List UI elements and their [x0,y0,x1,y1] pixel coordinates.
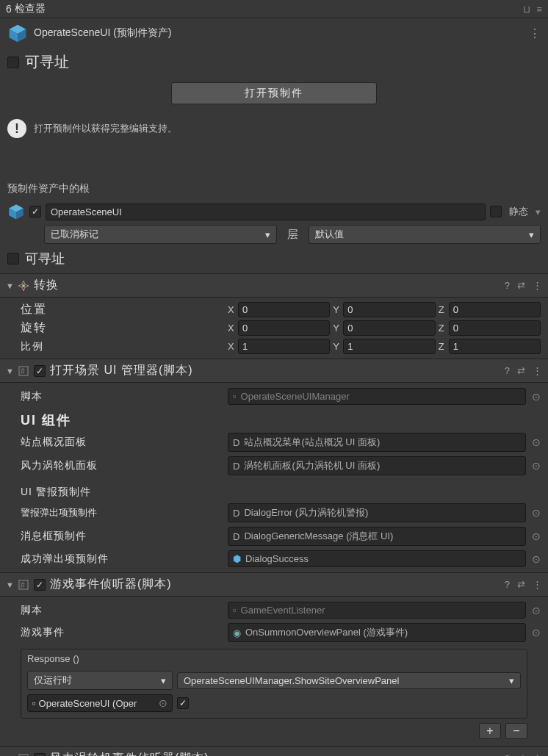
object-picker-icon[interactable]: ⊙ [532,605,541,616]
callback-value: OperateSceneUIManager.ShowSiteOverviewPa… [184,675,399,686]
object-picker-icon[interactable]: ⊙ [532,391,541,403]
z-label: Z [439,341,447,352]
object-picker-icon[interactable]: ⊙ [532,507,541,519]
transform-header[interactable]: ▼ 转换 ? ⇄ ⋮ [0,273,548,298]
help-icon[interactable]: ? [505,753,510,756]
tab-menu-icon[interactable]: ≡ [536,4,542,15]
script-field: ▫GameEventListener [228,602,526,619]
d-prefix: D [233,437,239,448]
remove-response-button[interactable]: − [505,723,527,739]
object-picker-icon[interactable]: ⊙ [159,697,167,709]
rotation-z-input[interactable] [449,320,541,336]
wind-turbine-listener-header[interactable]: ▼ # 风力涡轮机事件侦听器(脚本) ? ⇄ ⋮ [0,746,548,756]
turbine-panel-label: 风力涡轮机面板 [7,459,228,472]
addressable-label: 可寻址 [25,52,69,72]
go-addressable-checkbox[interactable] [7,253,19,264]
lock-icon[interactable]: ⊔ [523,4,530,15]
object-picker-icon[interactable]: ⊙ [532,436,541,448]
go-active-checkbox[interactable] [29,206,41,217]
position-y-input[interactable] [343,302,435,317]
runtime-mode-dropdown[interactable]: 仅运行时▾ [27,671,173,690]
msg-prefab-field[interactable]: DDialogGenericMessage (消息框 UI) [228,527,526,546]
x-label: X [228,323,237,334]
response-list-controls: + − [7,719,541,744]
msg-prefab-value: DialogGenericMessage (消息框 UI) [244,530,393,543]
component-menu-icon[interactable]: ⋮ [533,579,542,590]
chevron-down-icon: ▾ [161,675,166,686]
script-file-icon: ▫ [32,698,36,709]
go-cube-icon [7,203,25,220]
help-icon[interactable]: ? [505,365,510,376]
scene-ui-manager-title: 打开场景 UI 管理器(脚本) [50,363,500,378]
go-name-input[interactable] [46,204,486,220]
response-arg-checkbox[interactable] [177,697,189,709]
add-response-button[interactable]: + [479,723,501,739]
foldout-icon[interactable]: ▼ [6,580,13,589]
object-picker-icon[interactable]: ⊙ [532,530,541,542]
response-heading: Response () [21,649,527,668]
site-panel-field[interactable]: D站点概况菜单(站点概况 UI 面板) [228,433,526,452]
rotation-y-input[interactable] [343,320,435,336]
success-popup-field[interactable]: ⬢DialogSuccess [228,550,526,567]
callback-dropdown[interactable]: OperateSceneUIManager.ShowSiteOverviewPa… [177,672,521,689]
chevron-down-icon: ▾ [265,229,270,240]
script-file-icon: ▫ [233,391,237,402]
static-checkbox[interactable] [490,206,502,217]
preset-icon[interactable]: ⇄ [517,579,525,590]
position-z-input[interactable] [449,302,541,317]
static-dropdown-arrow[interactable]: ▾ [536,206,541,217]
component-menu-icon[interactable]: ⋮ [533,365,542,376]
alert-popup-field[interactable]: DDialogError (风力涡轮机警报) [228,503,526,522]
scale-row: 比例 X Y Z [7,337,541,356]
layer-label: 层 [284,228,301,242]
rotation-label: 旋转 [7,320,228,336]
scale-label: 比例 [7,340,228,353]
layer-dropdown[interactable]: 默认值▾ [309,225,541,244]
foldout-icon[interactable]: ▼ [6,367,13,375]
x-label: X [228,304,237,315]
transform-title: 转换 [34,278,500,293]
object-picker-icon[interactable]: ⊙ [532,460,541,472]
scale-z-input[interactable] [449,339,541,354]
component-enabled-checkbox[interactable] [34,579,46,591]
object-picker-icon[interactable]: ⊙ [532,627,541,638]
component-menu-icon[interactable]: ⋮ [533,753,542,756]
prefab-context-menu-icon[interactable]: ⋮ [529,26,541,40]
scene-ui-manager-body: 脚本 ▫OperateSceneUIManager⊙ UI 组件 站点概况面板 … [0,383,548,572]
script-value: OperateSceneUIManager [241,391,350,402]
response-target-field[interactable]: ▫OperateSceneUI (Oper⊙ [27,694,173,712]
addressable-row: 可寻址 [0,48,548,76]
preset-icon[interactable]: ⇄ [517,365,525,376]
position-x-input[interactable] [238,302,330,317]
rotation-x-input[interactable] [238,320,330,336]
open-prefab-button[interactable]: 打开预制件 [171,82,377,104]
open-prefab-row: 打开预制件 [0,76,548,113]
component-menu-icon[interactable]: ⋮ [533,280,542,291]
scale-y-input[interactable] [343,339,435,354]
preset-icon[interactable]: ⇄ [517,753,525,756]
scale-x-input[interactable] [238,339,330,354]
game-event-field[interactable]: ◉OnSummonOverviewPanel (游戏事件) [228,623,526,642]
object-picker-icon[interactable]: ⊙ [532,553,541,565]
component-enabled-checkbox[interactable] [34,365,46,377]
component-enabled-checkbox[interactable] [34,753,46,757]
turbine-panel-field[interactable]: D涡轮机面板(风力涡轮机 UI 面板) [228,456,526,475]
tag-dropdown[interactable]: 已取消标记▾ [44,225,277,244]
foldout-icon[interactable]: ▼ [6,281,13,290]
ui-components-heading: UI 组件 [7,407,541,431]
help-icon[interactable]: ? [505,579,510,590]
game-event-listener-body: 脚本 ▫GameEventListener⊙ 游戏事件 ◉OnSummonOve… [0,597,548,746]
scene-ui-manager-header[interactable]: ▼ # 打开场景 UI 管理器(脚本) ? ⇄ ⋮ [0,359,548,383]
alert-popup-value: DialogError (风力涡轮机警报) [244,506,368,519]
script-file-icon: ▫ [233,605,237,616]
success-popup-value: DialogSuccess [245,553,309,564]
z-label: Z [439,323,447,334]
help-icon[interactable]: ? [505,280,510,291]
preset-icon[interactable]: ⇄ [517,280,525,291]
addressable-checkbox[interactable] [7,57,19,68]
game-event-listener-header[interactable]: ▼ # 游戏事件侦听器(脚本) ? ⇄ ⋮ [0,572,548,597]
gameobject-row: 静态 ▾ [0,200,548,223]
game-event-label: 游戏事件 [7,626,228,639]
d-prefix: D [233,461,239,472]
x-label: X [228,341,237,352]
